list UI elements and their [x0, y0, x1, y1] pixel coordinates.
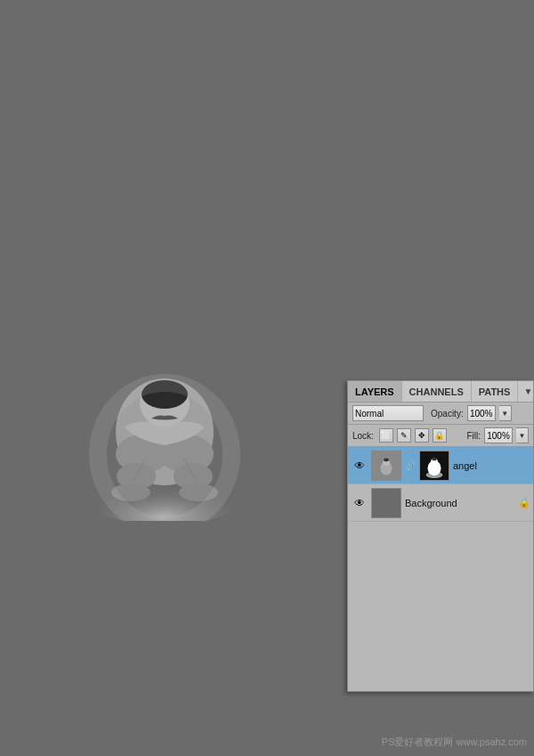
visibility-icon-angel[interactable]: 👁 [352, 458, 368, 474]
lock-transparency-icon[interactable]: ⬜ [379, 428, 393, 443]
layers-panel: LAYERS CHANNELS PATHS ▼ Normal Dissolve … [347, 380, 534, 692]
visibility-icon-background[interactable]: 👁 [352, 495, 368, 511]
tab-paths[interactable]: PATHS [472, 381, 519, 402]
opacity-stepper[interactable]: ▼ [499, 405, 512, 421]
svg-point-18 [384, 458, 389, 461]
lock-paint-icon[interactable]: ✎ [397, 428, 411, 443]
layer-row-angel[interactable]: 👁 🔗 angel [348, 447, 533, 484]
link-icon-angel: 🔗 [405, 460, 416, 470]
watermark: PS爱好者教程网 www.psahz.com [382, 736, 527, 749]
blend-mode-row: Normal Dissolve Multiply Screen Overlay … [348, 402, 533, 425]
blend-mode-select[interactable]: Normal Dissolve Multiply Screen Overlay [352, 405, 424, 421]
panel-tabs: LAYERS CHANNELS PATHS ▼ [348, 381, 533, 402]
fill-stepper[interactable]: ▼ [516, 427, 529, 443]
layer-thumb-background [371, 488, 401, 518]
fill-label: Fill: [466, 431, 481, 441]
mask-thumb-angel [419, 451, 449, 481]
svg-point-22 [432, 457, 437, 460]
canvas-area [0, 0, 347, 756]
panel-menu-button[interactable]: ▼ [518, 386, 534, 396]
panel-footer [348, 522, 533, 691]
svg-rect-24 [372, 489, 400, 517]
person-figure [76, 289, 254, 521]
figure-container [76, 289, 271, 539]
lock-label: Lock: [352, 431, 374, 441]
lock-row: Lock: ⬜ ✎ ✥ 🔒 Fill: ▼ [348, 425, 533, 447]
layer-name-background: Background [405, 498, 515, 508]
layer-name-angel: angel [453, 460, 530, 471]
tab-layers[interactable]: LAYERS [348, 381, 402, 402]
layer-thumb-angel [371, 451, 401, 481]
blend-mode-wrapper: Normal Dissolve Multiply Screen Overlay [352, 405, 424, 421]
background-lock-icon: 🔒 [519, 497, 530, 509]
fill-input[interactable] [484, 427, 513, 443]
layer-row-background[interactable]: 👁 Background 🔒 [348, 484, 533, 522]
svg-point-23 [426, 471, 443, 478]
tab-channels[interactable]: CHANNELS [402, 381, 472, 402]
lock-move-icon[interactable]: ✥ [415, 428, 429, 443]
lock-all-icon[interactable]: 🔒 [433, 428, 447, 443]
opacity-input[interactable] [467, 405, 496, 421]
opacity-label: Opacity: [431, 409, 464, 419]
